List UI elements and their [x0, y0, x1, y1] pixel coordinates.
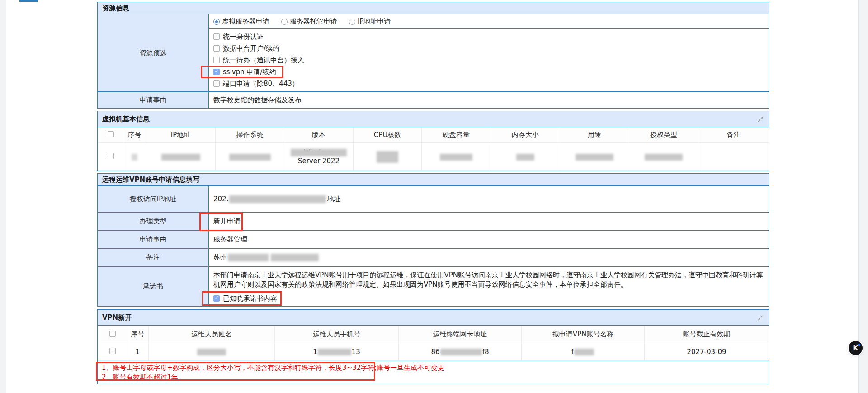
- phone-suffix: 13: [352, 348, 360, 356]
- redaction-block: [228, 254, 269, 261]
- redaction-block: [229, 195, 326, 203]
- cell-ip-redacted: [146, 143, 216, 171]
- column-header: 版本: [284, 128, 354, 143]
- vpn-apply-section: 远程运维VPN账号申请信息填写 授权访问IP地址 202.地址 办理类型 新开申…: [97, 173, 769, 307]
- cell-usage-redacted: [560, 143, 629, 171]
- vpn-table-header-row: 序号 运维人员姓名 运维人员手机号 运维终端网卡地址 拟申请VPN账号名称 账号…: [98, 326, 769, 343]
- checkbox-label: sslvpn 申请/续约: [223, 68, 276, 76]
- column-header: 序号: [123, 128, 146, 143]
- checkbox-unchecked-icon: [213, 45, 220, 52]
- vpn-reason-row: 申请事由 服务器管理: [98, 230, 769, 248]
- redaction-block: [271, 254, 319, 261]
- checkbox-unified-todo[interactable]: 统一待办（通讯中台）接入: [213, 54, 764, 66]
- extension-floating-button[interactable]: K: [849, 341, 863, 355]
- top-tab-indicator: [19, 0, 38, 2]
- column-header: 运维人员手机号: [275, 326, 399, 343]
- resource-preselect-row: 资源预选 虚拟服务器申请 服务器托管申请 IP地址申请: [98, 14, 769, 91]
- vpn-new-section: VPN新开 序号 运维人员姓名 运维人员手机号 运维终端网卡地址 拟申请VPN账…: [97, 309, 769, 361]
- column-header: 操作系统: [216, 128, 284, 143]
- field-value-vpn-reason: 服务器管理: [209, 231, 769, 248]
- checkbox-label: 统一待办（通讯中台）接入: [223, 56, 304, 65]
- radio-virtual-server-apply[interactable]: 虚拟服务器申请: [213, 17, 269, 26]
- cell-version: Windows Server 2022: [284, 143, 354, 171]
- ip-prefix: 202.: [213, 195, 228, 203]
- checkbox-unchecked-icon: [213, 80, 220, 87]
- checkbox-sslvpn[interactable]: sslvpn 申请/续约: [213, 66, 764, 78]
- vpn-new-table: 序号 运维人员姓名 运维人员手机号 运维终端网卡地址 拟申请VPN账号名称 账号…: [98, 326, 769, 361]
- ip-suffix: 地址: [327, 195, 340, 204]
- checkbox-checked-icon: [213, 295, 220, 302]
- resource-info-header: 资源信息: [98, 2, 769, 14]
- vm-table-row: Windows Server 2022: [98, 143, 769, 171]
- checkbox-data-platform[interactable]: 数据中台开户/续约: [213, 43, 764, 54]
- mac-prefix: 86: [431, 348, 440, 356]
- column-header: 运维人员姓名: [149, 326, 275, 343]
- cell-mac: 86f8: [399, 343, 522, 361]
- row-checkbox[interactable]: [108, 153, 114, 159]
- note-line-2: 2、账号有效期不超过1年: [102, 373, 769, 382]
- select-all-checkbox[interactable]: [108, 131, 114, 137]
- radio-server-hosting-apply[interactable]: 服务器托管申请: [281, 17, 337, 26]
- remark-prefix: 苏州: [213, 253, 227, 262]
- authorized-ip-row: 授权访问IP地址 202.地址: [98, 186, 769, 212]
- cell-cpu-redacted: [354, 143, 422, 171]
- account-rules-note: 1、账号由字母或字母+数字构成，区分大小写，不能含有汉字和特殊字符，长度3~32…: [97, 361, 769, 384]
- section-title: 远程运维VPN账号申请信息填写: [102, 175, 199, 184]
- field-label-vpn-reason: 申请事由: [98, 231, 209, 248]
- radio-selected-icon: [213, 19, 220, 25]
- column-header: 序号: [127, 326, 149, 343]
- collapse-icon[interactable]: [757, 314, 764, 321]
- process-type-value: 新开申请: [213, 217, 241, 226]
- checkbox-port-apply[interactable]: 端口申请（除80、443）: [213, 78, 764, 90]
- field-value-process-type: 新开申请: [209, 213, 769, 230]
- vm-info-header: 虚拟机基本信息: [98, 111, 769, 127]
- section-title: 资源信息: [102, 4, 129, 13]
- vpn-remark-row: 备注 苏州: [98, 248, 769, 266]
- column-header: 拟申请VPN账号名称: [522, 326, 645, 343]
- pledge-ack-checkbox[interactable]: 已知晓承诺书内容: [213, 293, 769, 304]
- page-left-strip: [0, 0, 6, 393]
- cell-remark: [698, 143, 769, 171]
- redaction-block: [318, 349, 351, 355]
- column-header: 用途: [560, 128, 629, 143]
- cell-os-redacted: [216, 143, 284, 171]
- pledge-text: 本部门申请南京工业大学远程运维VPN账号用于项目的远程运维，保证在使用VPN账号…: [209, 267, 769, 290]
- column-header: 授权类型: [629, 128, 698, 143]
- checkbox-unified-identity[interactable]: 统一身份认证: [213, 31, 764, 43]
- collapse-icon[interactable]: [757, 116, 764, 123]
- section-title: 虚拟机基本信息: [102, 115, 150, 123]
- checkbox-unchecked-icon: [213, 57, 220, 63]
- checkbox-label: 统一身份认证: [223, 33, 264, 41]
- note-line-1: 1、账号由字母或字母+数字构成，区分大小写，不能含有汉字和特殊字符，长度3~32…: [102, 363, 769, 373]
- section-title: VPN新开: [102, 313, 132, 322]
- cell-expiry: 2027-03-09: [645, 343, 769, 361]
- vpn-table-row: 1 113 86f8 f 2027-03-09: [98, 343, 769, 361]
- select-all-checkbox[interactable]: [109, 331, 116, 337]
- cell-phone: 113: [275, 343, 399, 361]
- field-label-authorized-ip: 授权访问IP地址: [98, 186, 209, 212]
- vpn-new-header: VPN新开: [98, 310, 769, 326]
- field-label-pledge: 承诺书: [98, 267, 209, 306]
- radio-ip-address-apply[interactable]: IP地址申请: [349, 17, 391, 26]
- pledge-row: 承诺书 本部门申请南京工业大学远程运维VPN账号用于项目的远程运维，保证在使用V…: [98, 266, 769, 306]
- vm-table-header-row: 序号 IP地址 操作系统 版本 CPU核数 硬盘容量 内存大小 用途 授权类型 …: [98, 128, 769, 143]
- pledge-ack-label: 已知晓承诺书内容: [223, 294, 277, 303]
- row-checkbox[interactable]: [109, 348, 116, 354]
- resource-info-section: 资源信息 资源预选 虚拟服务器申请 服务器托管申请 IP地址申请: [97, 2, 769, 109]
- cell-index-redacted: [123, 143, 146, 171]
- application-form: 资源信息 资源预选 虚拟服务器申请 服务器托管申请 IP地址申请: [97, 2, 769, 384]
- checkbox-unchecked-icon: [213, 33, 220, 40]
- column-header: 备注: [698, 128, 769, 143]
- column-header: IP地址: [146, 128, 216, 143]
- page-right-scrollbar-strip[interactable]: [858, 0, 868, 393]
- radio-label: IP地址申请: [358, 17, 391, 26]
- checkbox-label: 端口申请（除80、443）: [223, 80, 299, 88]
- column-header: 内存大小: [491, 128, 560, 143]
- column-header: 账号截止有效期: [645, 326, 769, 343]
- cell-index: 1: [127, 343, 149, 361]
- radio-label: 服务器托管申请: [290, 17, 337, 26]
- checkbox-checked-icon: [213, 69, 220, 75]
- column-header: 硬盘容量: [422, 128, 491, 143]
- vpn-apply-header: 远程运维VPN账号申请信息填写: [98, 174, 769, 186]
- redaction-block: [440, 349, 482, 355]
